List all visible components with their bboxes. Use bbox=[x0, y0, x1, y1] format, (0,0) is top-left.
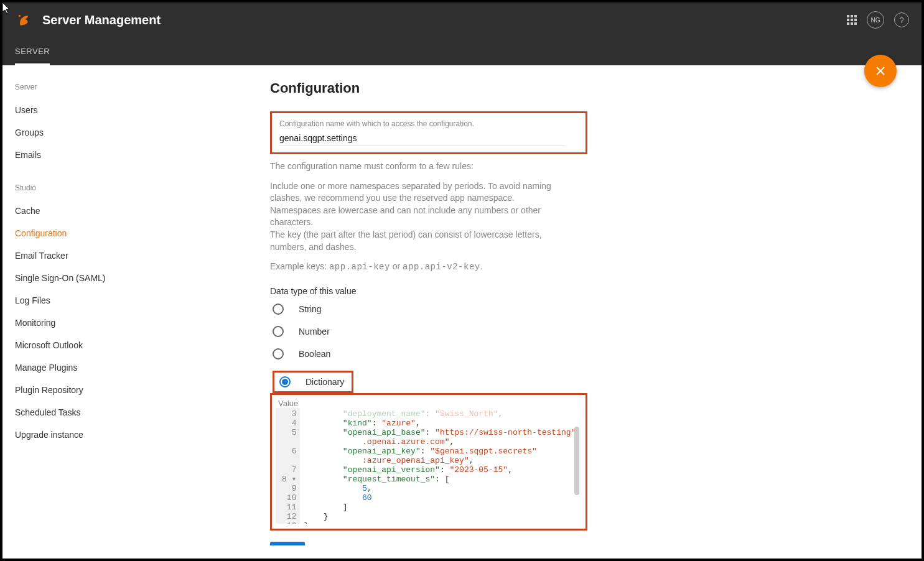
config-name-input[interactable] bbox=[279, 131, 566, 146]
datatype-radio-group: String Number Boolean Dictionary bbox=[273, 304, 897, 393]
sidebar-item-scheduled-tasks[interactable]: Scheduled Tasks bbox=[15, 401, 146, 424]
sidebar-item-plugin-repository[interactable]: Plugin Repository bbox=[15, 379, 146, 401]
sidebar-section-server: Server bbox=[15, 83, 146, 91]
sidebar-section-studio: Studio bbox=[15, 183, 146, 192]
sidebar-item-groups[interactable]: Groups bbox=[15, 121, 146, 144]
scrollbar[interactable] bbox=[573, 414, 581, 517]
rules-intro: The configuration name must conform to a… bbox=[270, 160, 562, 173]
datatype-label: Data type of this value bbox=[270, 286, 897, 296]
apps-grid-icon[interactable] bbox=[847, 15, 857, 25]
submit-button-peek[interactable] bbox=[270, 542, 305, 545]
sidebar-item-emails[interactable]: Emails bbox=[15, 144, 146, 166]
app-title: Server Management bbox=[42, 13, 161, 27]
sidebar-item-ms-outlook[interactable]: Microsoft Outlook bbox=[15, 334, 146, 356]
tab-server[interactable]: SERVER bbox=[15, 39, 50, 65]
app-header: Server Management NG ? bbox=[2, 2, 922, 37]
value-editor-highlight: Value 3 4 5 6 7 8 ▾ 9 10 11 12 13 "deplo… bbox=[270, 393, 587, 531]
app-logo-icon bbox=[16, 12, 32, 28]
sidebar-item-log-files[interactable]: Log Files bbox=[15, 289, 146, 312]
code-editor[interactable]: 3 4 5 6 7 8 ▾ 9 10 11 12 13 "deployment_… bbox=[276, 408, 582, 524]
page-title: Configuration bbox=[270, 80, 897, 96]
tabs-bar: SERVER bbox=[2, 37, 922, 65]
rules-body-1: Include one or more namespaces separated… bbox=[270, 180, 562, 254]
sidebar-item-manage-plugins[interactable]: Manage Plugins bbox=[15, 356, 146, 379]
radio-dictionary[interactable] bbox=[279, 376, 291, 387]
user-avatar[interactable]: NG bbox=[867, 11, 884, 29]
close-button[interactable] bbox=[864, 55, 897, 87]
radio-dictionary-highlight: Dictionary bbox=[273, 371, 353, 393]
help-icon[interactable]: ? bbox=[894, 12, 909, 27]
sidebar-item-configuration[interactable]: Configuration bbox=[15, 222, 146, 244]
example-keys: Example keys: app.api-key or app.api-v2-… bbox=[270, 261, 562, 274]
value-label: Value bbox=[278, 399, 582, 408]
sidebar-item-monitoring[interactable]: Monitoring bbox=[15, 312, 146, 334]
sidebar-item-users[interactable]: Users bbox=[15, 99, 146, 121]
code-body[interactable]: "deployment_name": "Swiss_North", "kind"… bbox=[300, 408, 582, 524]
radio-number[interactable]: Number bbox=[273, 326, 897, 337]
main-content: Configuration Configuration name with wh… bbox=[146, 65, 922, 559]
svg-point-0 bbox=[19, 15, 21, 17]
sidebar-item-email-tracker[interactable]: Email Tracker bbox=[15, 244, 146, 267]
code-gutter: 3 4 5 6 7 8 ▾ 9 10 11 12 13 bbox=[276, 408, 300, 524]
sidebar-item-sso-saml[interactable]: Single Sign-On (SAML) bbox=[15, 267, 146, 289]
close-icon bbox=[874, 65, 887, 77]
sidebar: Server Users Groups Emails Studio Cache … bbox=[2, 65, 146, 559]
config-name-label: Configuration name with which to access … bbox=[279, 119, 578, 128]
config-name-highlight: Configuration name with which to access … bbox=[270, 111, 587, 154]
radio-boolean[interactable]: Boolean bbox=[273, 348, 897, 359]
sidebar-item-cache[interactable]: Cache bbox=[15, 200, 146, 222]
radio-string[interactable]: String bbox=[273, 304, 897, 315]
sidebar-item-upgrade-instance[interactable]: Upgrade instance bbox=[15, 424, 146, 446]
